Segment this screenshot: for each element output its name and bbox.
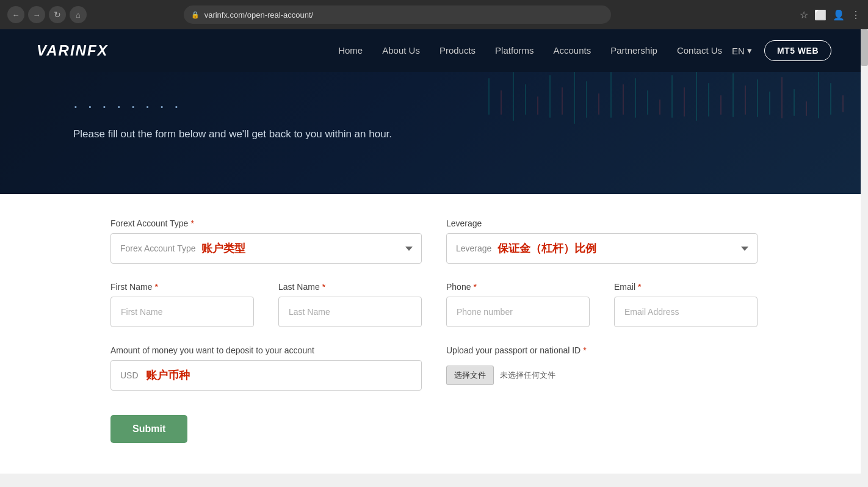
scrollbar-thumb[interactable] — [861, 29, 868, 66]
scrollbar-track — [861, 29, 868, 487]
leverage-label: Leverage — [446, 218, 758, 228]
lock-icon: 🔒 — [191, 11, 200, 19]
lang-label: EN — [732, 46, 745, 56]
first-name-input[interactable] — [110, 297, 254, 327]
logo-text: VARINFX — [37, 42, 109, 59]
navbar: VARINFX Home About Us Products Platforms… — [0, 29, 868, 72]
email-input[interactable] — [614, 297, 758, 327]
hero-subtitle: Please fill out the form below and we'll… — [73, 126, 415, 142]
nav-products[interactable]: Products — [439, 45, 476, 56]
nav-platforms[interactable]: Platforms — [495, 45, 533, 56]
nav-accounts[interactable]: Accounts — [553, 45, 591, 56]
language-selector[interactable]: EN ▾ — [732, 45, 752, 56]
phone-label: Phone* — [446, 282, 590, 292]
forex-account-type-label: Forext Account Type* — [110, 218, 422, 228]
first-name-label: First Name* — [110, 282, 254, 292]
submit-button[interactable]: Submit — [110, 415, 187, 443]
required-star-first-name: * — [154, 282, 157, 292]
hero-content: · · · · · · · · Please fill out the form… — [73, 96, 795, 142]
email-group: Email* — [614, 282, 758, 327]
browser-controls: ← → ↻ ⌂ — [7, 6, 87, 23]
nav-home[interactable]: Home — [338, 45, 363, 56]
forex-account-type-group: Forext Account Type* Forex Account Type … — [110, 218, 422, 264]
website: VARINFX Home About Us Products Platforms… — [0, 29, 868, 474]
leverage-group: Leverage Leverage 保证金（杠杆）比例 — [446, 218, 758, 264]
extensions-icon[interactable]: ⬜ — [814, 9, 826, 21]
last-name-label: Last Name* — [278, 282, 422, 292]
phone-input[interactable] — [446, 297, 590, 327]
first-name-group: First Name* — [110, 282, 254, 327]
form-section: Forext Account Type* Forex Account Type … — [74, 194, 794, 474]
last-name-input[interactable] — [278, 297, 422, 327]
reload-button[interactable]: ↻ — [49, 6, 66, 23]
url-text: varinfx.com/open-real-account/ — [204, 10, 313, 20]
required-star-account: * — [190, 218, 193, 228]
last-name-group: Last Name* — [278, 282, 422, 327]
choose-file-button[interactable]: 选择文件 — [446, 366, 494, 385]
deposit-input-wrapper: USD 账户币种 — [110, 360, 422, 391]
nav-partnership[interactable]: Partnership — [610, 45, 657, 56]
required-star-last-name: * — [322, 282, 325, 292]
required-star-upload: * — [583, 345, 586, 355]
upload-label: Upload your passport or national ID* — [446, 345, 758, 355]
deposit-label: Amount of money you want to deposit to y… — [110, 345, 422, 355]
upload-btn-row: 选择文件 未选择任何文件 — [446, 360, 758, 391]
leverage-select[interactable] — [446, 233, 758, 264]
address-bar[interactable]: 🔒 varinfx.com/open-real-account/ — [184, 5, 611, 24]
back-button[interactable]: ← — [7, 6, 24, 23]
form-row-2: First Name* Last Name* Phone* Email* — [110, 282, 758, 327]
bookmark-icon[interactable]: ☆ — [800, 9, 808, 21]
nav-about[interactable]: About Us — [382, 45, 420, 56]
home-button[interactable]: ⌂ — [70, 6, 87, 23]
profile-icon[interactable]: 👤 — [833, 9, 845, 21]
mt5-web-button[interactable]: MT5 WEB — [764, 40, 831, 61]
browser-right-icons: ☆ ⬜ 👤 ⋮ — [800, 9, 861, 21]
choose-file-label: 选择文件 — [454, 370, 486, 380]
menu-icon[interactable]: ⋮ — [851, 9, 861, 21]
no-file-text: 未选择任何文件 — [500, 370, 555, 381]
nav-links: Home About Us Products Platforms Account… — [338, 45, 722, 56]
lang-chevron-icon: ▾ — [747, 45, 752, 56]
hero-dots: · · · · · · · · — [73, 96, 795, 116]
upload-group: Upload your passport or national ID* 选择文… — [446, 345, 758, 391]
email-label: Email* — [614, 282, 758, 292]
deposit-input[interactable] — [110, 360, 422, 391]
browser-chrome: ← → ↻ ⌂ 🔒 varinfx.com/open-real-account/… — [0, 0, 868, 29]
form-row-3: Amount of money you want to deposit to y… — [110, 345, 758, 391]
required-star-email: * — [638, 282, 641, 292]
hero-section: · · · · · · · · Please fill out the form… — [0, 72, 868, 194]
forex-account-type-select[interactable] — [110, 233, 422, 264]
required-star-phone: * — [473, 282, 476, 292]
form-row-1: Forext Account Type* Forex Account Type … — [110, 218, 758, 264]
deposit-group: Amount of money you want to deposit to y… — [110, 345, 422, 391]
phone-group: Phone* — [446, 282, 590, 327]
site-logo[interactable]: VARINFX — [37, 42, 109, 59]
nav-contact[interactable]: Contact Us — [677, 45, 722, 56]
forward-button[interactable]: → — [28, 6, 45, 23]
